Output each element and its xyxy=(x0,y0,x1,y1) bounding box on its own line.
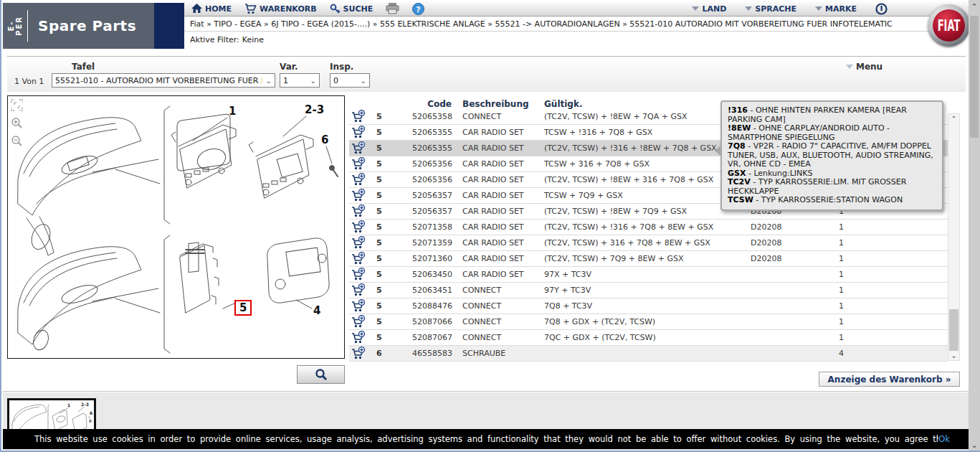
part-code: 52071360 xyxy=(412,254,452,263)
add-to-cart-icon[interactable] xyxy=(351,283,366,297)
add-to-cart-icon[interactable] xyxy=(351,141,366,155)
part-description: CONNECT xyxy=(462,317,501,326)
diagram-label-1: 1 xyxy=(229,105,236,118)
ref-number: 5 xyxy=(376,222,382,232)
print-button[interactable] xyxy=(386,3,399,14)
land-menu[interactable]: LAND xyxy=(692,4,726,14)
part-validity: (TC2V, TCSW) + !8EW + 7QA + GSX xyxy=(544,112,688,121)
tafel-select[interactable]: 55521-010 - AUTORADIO MIT VORBEREITUNG F… xyxy=(52,73,275,88)
var-select[interactable]: 1⌄ xyxy=(280,73,320,88)
part-code: 52065358 xyxy=(412,112,452,121)
table-row[interactable]: 552071358CAR RADIO SET(TC2V, TCSW) + !31… xyxy=(349,220,948,235)
ref-number: 5 xyxy=(376,301,382,311)
svg-text:?: ? xyxy=(417,4,421,14)
add-to-cart-icon[interactable] xyxy=(351,299,366,313)
scroll-up-icon[interactable]: ⌃ xyxy=(948,115,959,123)
cookie-ok-link[interactable]: Ok xyxy=(938,434,950,444)
breadcrumb[interactable]: Fiat » TIPO - EGEA » 6J TIPO - EGEA (201… xyxy=(184,17,970,32)
top-menu-bar: HOME WARENKORB SUCHE ? LAND SPRACHE MARK… xyxy=(184,1,970,17)
add-to-cart-icon[interactable] xyxy=(351,236,366,250)
add-to-cart-icon[interactable] xyxy=(351,315,366,329)
scrollbar-thumb[interactable] xyxy=(949,309,958,351)
part-description: CAR RADIO SET xyxy=(462,191,524,200)
add-to-cart-icon[interactable] xyxy=(351,157,366,171)
add-to-cart-icon[interactable] xyxy=(351,268,366,281)
menu-button[interactable]: Menu xyxy=(846,62,883,72)
search-icon xyxy=(315,368,328,381)
ref-number: 5 xyxy=(376,191,382,200)
thumb-label-6: 6 xyxy=(90,410,92,415)
part-code: 52056357 xyxy=(412,207,452,216)
thumb-label-2-3: 2-3 xyxy=(81,402,89,407)
tooltip-entry: !8EW - OHNE CARPLAY/ANDROID AUTO - SMART… xyxy=(728,124,936,142)
part-description: CAR RADIO SET xyxy=(462,143,524,153)
add-to-cart-icon[interactable] xyxy=(351,220,366,234)
table-row[interactable]: 552087066CONNECT7Q8 + GDX + (TC2V, TCSW)… xyxy=(349,314,948,330)
part-validity: 97Y + TC3V xyxy=(544,286,591,295)
ref-number: 5 xyxy=(376,317,382,326)
help-button[interactable]: ? xyxy=(412,3,424,15)
add-to-cart-icon[interactable] xyxy=(351,347,366,360)
add-to-cart-icon[interactable] xyxy=(351,189,366,202)
fit-view-icon[interactable] xyxy=(11,99,23,111)
part-validity: 97X + TC3V xyxy=(544,270,591,279)
part-code: 52056357 xyxy=(412,191,452,200)
part-validity: TCSW + !316 + 7Q8 + GSX xyxy=(544,128,652,137)
logout-button[interactable] xyxy=(875,3,888,15)
add-to-cart-icon[interactable] xyxy=(351,126,366,139)
ref-number: 5 xyxy=(376,143,382,153)
home-icon xyxy=(191,4,202,14)
page-scrollbar[interactable]: ⌃ ⌄ xyxy=(969,0,980,452)
show-cart-button[interactable]: Anzeige des Warenkorb » xyxy=(819,372,960,387)
part-qty: 1 xyxy=(839,286,844,295)
zoom-in-icon[interactable] xyxy=(11,117,23,129)
home-button[interactable]: HOME xyxy=(191,4,232,14)
diagram-search-button[interactable] xyxy=(297,365,345,384)
add-to-cart-icon[interactable] xyxy=(351,204,366,218)
info-power-icon xyxy=(875,3,888,15)
suche-button[interactable]: SUCHE xyxy=(330,4,374,14)
add-to-cart-icon[interactable] xyxy=(351,173,366,187)
part-validity: (TC2V, TCSW) + !316 + !8EW + 7Q8 + GSX xyxy=(544,143,717,153)
table-row[interactable]: 552063451CONNECT97Y + TC3V1 xyxy=(349,283,948,298)
add-to-cart-icon[interactable] xyxy=(351,110,366,123)
add-to-cart-icon[interactable] xyxy=(351,331,366,344)
scroll-down-icon[interactable]: ⌄ xyxy=(969,441,980,450)
diagram-tools xyxy=(11,99,23,147)
part-validity: (TC2V, TCSW) + !8EW + 7Q9 + GSX xyxy=(544,207,687,216)
ref-number: 5 xyxy=(376,270,382,279)
table-row[interactable]: 552063450CAR RADIO SET97X + TC3V1 xyxy=(349,267,948,283)
table-row[interactable]: 646558583SCHRAUBE4 xyxy=(349,346,948,362)
table-row[interactable]: 552088476CONNECT7Q8 + TC3V1 xyxy=(349,298,948,314)
chevron-down-icon xyxy=(846,65,853,69)
brand-block: E-PER Spare Parts xyxy=(3,3,184,49)
sprache-menu[interactable]: SPRACHE xyxy=(745,4,796,14)
ref-number: 5 xyxy=(376,286,382,295)
tafel-label: Tafel xyxy=(72,62,95,72)
table-scrollbar[interactable]: ⌃ ⌄ xyxy=(948,113,960,361)
parts-diagram-drawing xyxy=(8,96,344,358)
add-to-cart-icon[interactable] xyxy=(351,252,366,265)
table-row[interactable]: 552071360CAR RADIO SET(TC2V, TCSW) + 7Q9… xyxy=(349,251,948,267)
parts-diagram-panel[interactable]: 1 2-3 6 5 4 xyxy=(7,95,345,359)
tooltip-entry: 7Q8 - VP2R - RADIO 7" CAPACITIVE, AM/FM … xyxy=(728,142,936,169)
part-code: 52065355 xyxy=(412,143,452,153)
part-description: CAR RADIO SET xyxy=(462,270,524,279)
active-filter: Aktive Filter: Keine xyxy=(184,32,264,47)
scroll-down-icon[interactable]: ⌄ xyxy=(948,352,959,359)
table-row[interactable]: 552071359CAR RADIO SET(TC2V, TCSW) + 316… xyxy=(349,235,948,251)
part-code: 46558583 xyxy=(412,349,452,358)
brand-navy-block xyxy=(154,3,184,49)
insp-select[interactable]: 0⌄ xyxy=(330,73,370,88)
table-row[interactable]: 552087067CONNECT7QC + GDX + (TC2V, TCSW)… xyxy=(349,330,948,346)
chevron-down-icon: ⌄ xyxy=(266,77,272,85)
zoom-out-icon[interactable] xyxy=(11,135,23,147)
scroll-up-icon[interactable]: ⌃ xyxy=(969,2,980,11)
part-qty: 1 xyxy=(839,333,844,342)
part-validity: TCSW + 7Q9 + GSX xyxy=(544,191,623,200)
warenkorb-button[interactable]: WARENKORB xyxy=(244,4,317,14)
tooltip-entry: !316 - OHNE HINTEN PARKEN KAMERA [REAR P… xyxy=(728,106,936,124)
col-beschreibung: Beschreibung xyxy=(462,99,529,109)
marke-menu[interactable]: MARKE xyxy=(815,4,857,14)
scrollbar-thumb[interactable] xyxy=(970,16,979,138)
